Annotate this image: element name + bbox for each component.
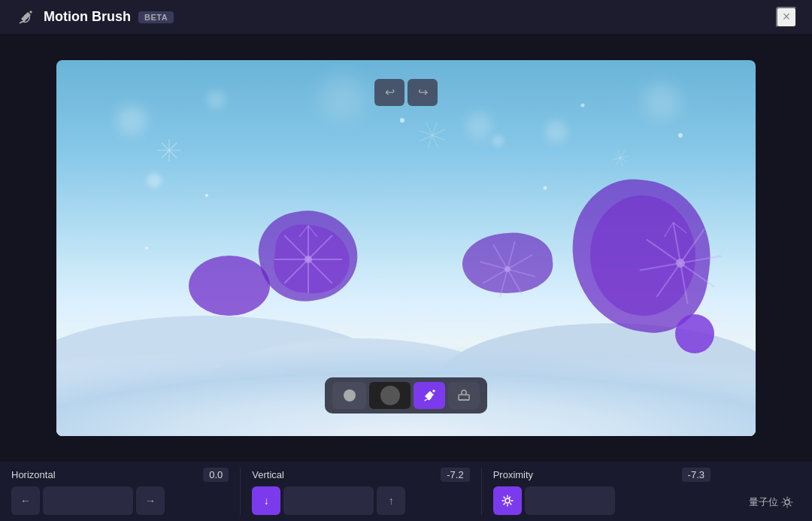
- svg-point-35: [145, 247, 148, 250]
- horizontal-value: 0.0: [203, 468, 229, 482]
- motion-brush-icon: [15, 7, 36, 28]
- svg-point-31: [400, 118, 404, 123]
- svg-line-21: [162, 143, 177, 158]
- canvas-container: ↩ ↪: [0, 34, 812, 462]
- vertical-label: Vertical: [252, 469, 284, 480]
- horizontal-slider[interactable]: [43, 486, 133, 515]
- settings-icon: [781, 496, 793, 508]
- svg-line-22: [162, 143, 177, 158]
- horizontal-left-button[interactable]: ←: [11, 486, 40, 515]
- brush-cursor: [675, 314, 714, 353]
- horizontal-label: Horizontal: [11, 469, 56, 480]
- canvas-wrap[interactable]: ↩ ↪: [56, 60, 756, 436]
- svg-point-36: [544, 186, 547, 189]
- controls-bar: Horizontal 0.0 ← → Vertical -7.2 ↓ ↑ Pro…: [0, 462, 812, 521]
- horizontal-buttons: ← →: [11, 486, 229, 515]
- redo-button[interactable]: ↪: [408, 79, 438, 106]
- svg-point-33: [205, 194, 208, 197]
- vertical-up-button[interactable]: ↑: [377, 486, 405, 515]
- vertical-down-button[interactable]: ↓: [252, 486, 280, 515]
- brush-size-large[interactable]: [369, 382, 411, 409]
- horizontal-label-row: Horizontal 0.0: [11, 468, 229, 482]
- beta-badge: BETA: [138, 11, 174, 23]
- svg-point-32: [581, 103, 585, 107]
- svg-line-24: [420, 130, 445, 139]
- canvas-toolbar: ↩ ↪: [374, 79, 438, 106]
- svg-point-39: [505, 498, 510, 503]
- proximity-slider[interactable]: [525, 486, 615, 515]
- header: Motion Brush BETA ×: [0, 0, 812, 34]
- app-title: Motion Brush: [44, 9, 131, 25]
- svg-rect-37: [459, 395, 469, 400]
- proximity-settings-button[interactable]: [493, 486, 522, 515]
- vertical-label-row: Vertical -7.2: [252, 468, 469, 482]
- brush-tool-button[interactable]: [414, 382, 445, 409]
- horizontal-right-button[interactable]: →: [136, 486, 165, 515]
- undo-button[interactable]: ↩: [374, 79, 404, 106]
- header-left: Motion Brush BETA: [15, 7, 174, 28]
- vertical-buttons: ↓ ↑: [252, 486, 469, 515]
- vertical-control: Vertical -7.2 ↓ ↑: [252, 468, 469, 515]
- divider-2: [481, 468, 482, 515]
- watermark-area: 量子位: [710, 468, 801, 515]
- small-brush-circle: [344, 389, 356, 401]
- svg-line-25: [420, 123, 444, 147]
- vertical-slider[interactable]: [283, 486, 374, 515]
- close-button[interactable]: ×: [776, 7, 797, 28]
- svg-line-23: [428, 123, 437, 148]
- svg-point-34: [678, 133, 683, 138]
- watermark: 量子位: [749, 495, 793, 509]
- svg-line-26: [420, 123, 444, 147]
- vertical-value: -7.2: [441, 468, 469, 482]
- svg-line-28: [611, 155, 629, 159]
- brush-size-small[interactable]: [332, 382, 366, 409]
- eraser-tool-button[interactable]: [448, 382, 480, 409]
- large-brush-circle: [380, 386, 400, 405]
- svg-line-29: [613, 150, 628, 165]
- svg-line-30: [613, 150, 628, 165]
- proximity-control: Proximity -7.3: [493, 468, 710, 515]
- proximity-label: Proximity: [493, 469, 533, 480]
- brush-stroke-1: [189, 256, 270, 316]
- watermark-text: 量子位: [749, 495, 778, 509]
- proximity-value: -7.3: [682, 468, 710, 482]
- svg-point-40: [785, 500, 789, 504]
- horizontal-control: Horizontal 0.0 ← →: [11, 468, 229, 515]
- svg-line-27: [618, 149, 623, 166]
- proximity-label-row: Proximity -7.3: [493, 468, 710, 482]
- brush-selector: [325, 377, 487, 413]
- divider-1: [240, 468, 241, 515]
- proximity-buttons: [493, 486, 710, 515]
